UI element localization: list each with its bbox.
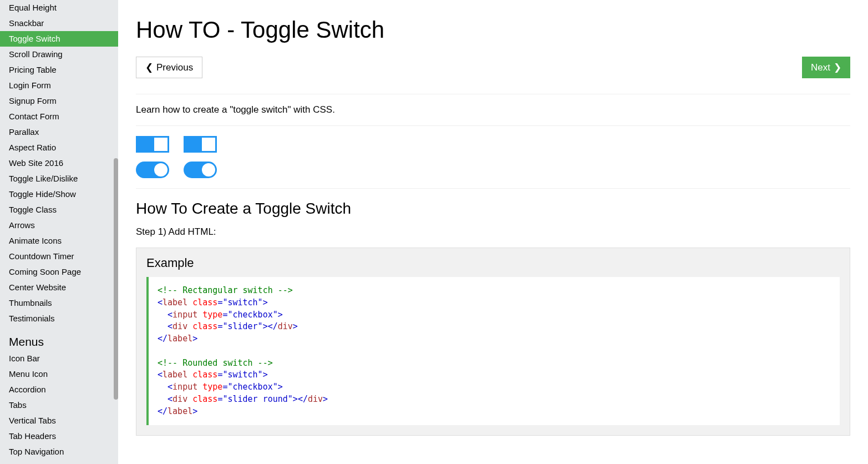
divider <box>136 188 850 189</box>
toggle-switch-square-off[interactable] <box>136 136 169 153</box>
sidebar-item[interactable]: Web Site 2016 <box>0 155 118 171</box>
sidebar-item[interactable]: Scroll Drawing <box>0 47 118 62</box>
sidebar: Equal HeightSnackbarToggle SwitchScroll … <box>0 0 118 464</box>
sidebar-item[interactable]: Top Navigation <box>0 444 118 460</box>
section-heading: How To Create a Toggle Switch <box>136 200 850 218</box>
sidebar-item[interactable]: Snackbar <box>0 16 118 31</box>
sidebar-item[interactable]: Center Website <box>0 280 118 295</box>
sidebar-item[interactable]: Responsive Topnav <box>0 460 118 464</box>
sidebar-item[interactable]: Menu Icon <box>0 366 118 382</box>
chevron-right-icon: ❯ <box>834 62 841 73</box>
sidebar-item[interactable]: Vertical Tabs <box>0 413 118 428</box>
nav-row: ❮ Previous Next ❯ <box>136 57 850 78</box>
sidebar-item[interactable]: Icon Bar <box>0 351 118 366</box>
sidebar-item[interactable]: Countdown Timer <box>0 249 118 264</box>
sidebar-item[interactable]: Thumbnails <box>0 295 118 311</box>
sidebar-item[interactable]: Equal Height <box>0 0 118 16</box>
sidebar-item[interactable]: Accordion <box>0 382 118 397</box>
next-button[interactable]: Next ❯ <box>802 57 850 78</box>
sidebar-item[interactable]: Arrows <box>0 218 118 233</box>
sidebar-list-2: Icon BarMenu IconAccordionTabsVertical T… <box>0 351 118 464</box>
sidebar-item[interactable]: Toggle Hide/Show <box>0 186 118 202</box>
page-title: How TO - Toggle Switch <box>136 17 850 43</box>
demo-row-square <box>136 136 850 153</box>
sidebar-item[interactable]: Toggle Class <box>0 202 118 218</box>
intro-text: Learn how to create a "toggle switch" wi… <box>136 104 850 115</box>
sidebar-item[interactable]: Signup Form <box>0 93 118 109</box>
chevron-left-icon: ❮ <box>145 62 153 73</box>
sidebar-item[interactable]: Tabs <box>0 397 118 413</box>
toggle-switch-round-off[interactable] <box>136 162 169 178</box>
example-box: Example <!-- Rectangular switch --> <lab… <box>136 248 850 436</box>
sidebar-item[interactable]: Login Form <box>0 78 118 93</box>
next-label: Next <box>811 62 830 73</box>
main-content: How TO - Toggle Switch ❮ Previous Next ❯… <box>118 0 868 464</box>
sidebar-item[interactable]: Pricing Table <box>0 62 118 78</box>
toggle-switch-round-on[interactable] <box>184 162 217 178</box>
scrollbar-thumb[interactable] <box>114 158 118 400</box>
code-block: <!-- Rectangular switch --> <label class… <box>146 277 840 425</box>
previous-label: Previous <box>156 62 193 73</box>
sidebar-item[interactable]: Toggle Switch <box>0 31 118 47</box>
step-text: Step 1) Add HTML: <box>136 226 850 238</box>
example-label: Example <box>146 256 840 270</box>
sidebar-item[interactable]: Aspect Ratio <box>0 140 118 155</box>
sidebar-item[interactable]: Contact Form <box>0 109 118 124</box>
sidebar-heading-menus: Menus <box>0 326 118 351</box>
divider <box>136 125 850 126</box>
sidebar-item[interactable]: Coming Soon Page <box>0 264 118 280</box>
previous-button[interactable]: ❮ Previous <box>136 57 202 78</box>
sidebar-item[interactable]: Tab Headers <box>0 428 118 444</box>
sidebar-list-1: Equal HeightSnackbarToggle SwitchScroll … <box>0 0 118 326</box>
toggle-switch-square-on[interactable] <box>184 136 217 153</box>
demo-row-round <box>136 162 850 178</box>
sidebar-item[interactable]: Testimonials <box>0 311 118 326</box>
sidebar-item[interactable]: Parallax <box>0 124 118 140</box>
sidebar-item[interactable]: Animate Icons <box>0 233 118 249</box>
sidebar-item[interactable]: Toggle Like/Dislike <box>0 171 118 186</box>
divider <box>136 94 850 94</box>
